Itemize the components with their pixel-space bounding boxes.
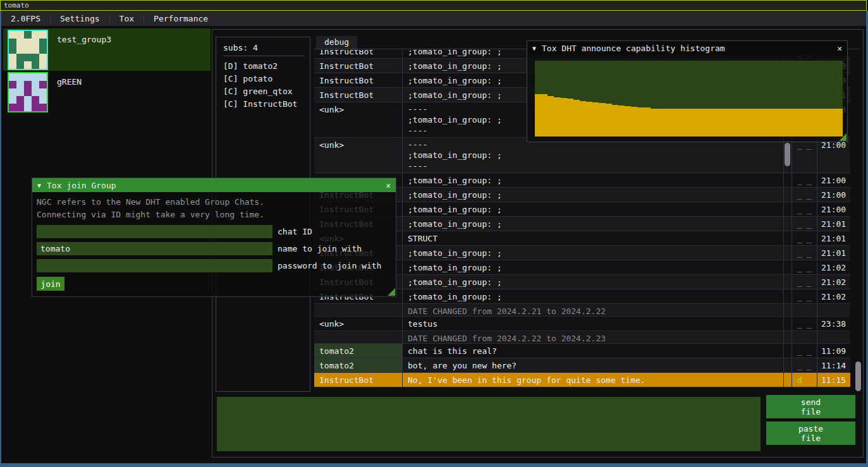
close-icon[interactable]: ✕ [386,180,391,191]
sender-name: tomato2 [314,358,403,372]
message-time: 21:01 [817,246,850,260]
date-divider-row: DATE CHANGED from 2024.2.22 to 2024.2.23 [314,331,850,344]
histogram-bar [612,105,618,136]
message-flags: __ [792,138,817,173]
histogram-bar [785,109,791,136]
sender-name: InstructBot [314,88,403,102]
sender-name: InstructBot [314,50,403,58]
message-time: 21:02 [817,275,850,289]
collapse-arrow-icon[interactable]: ▼ [37,180,41,191]
message-input[interactable] [217,397,761,451]
join-password-input[interactable] [37,259,272,272]
message-time: 21:00 [817,173,850,187]
histogram-bar [669,109,676,136]
message-text: ;tomato_in_group: ; [403,260,784,274]
group-name: test_group3 [57,34,111,70]
histogram-bar [637,107,644,136]
menu-item-tox[interactable]: Tox [110,11,144,26]
message-time: 21:02 [817,289,850,303]
histogram-window-titlebar[interactable]: ▼ Tox DHT announce capability histogram … [527,41,847,55]
sender-name: InstructBot [314,59,403,73]
resize-grip-icon[interactable] [388,288,395,296]
message-row: <unk>----;tomato_in_group: ;----__21:00 [314,138,850,173]
join-window-titlebar[interactable]: ▼ Tox join Group ✕ [32,178,396,192]
chat-scrollbar-handle[interactable] [855,361,861,391]
histogram-bar [778,109,785,136]
histogram-bar [804,109,810,136]
collapse-arrow-icon[interactable]: ▼ [532,43,536,54]
chat-id-label: chat ID [278,226,312,237]
message-text: ;tomato_in_group: ; [403,202,784,216]
histogram-bar [740,109,747,136]
group-item[interactable]: gREEN [3,71,211,113]
histogram-bar [798,109,804,136]
histogram-bar [631,107,637,136]
menu-bar: 2.0FPSSettingsToxPerformance [1,11,866,26]
histogram-bar [644,107,650,136]
histogram-bar [567,99,573,136]
os-window-title: tomato [4,1,29,9]
sender-name [314,331,403,343]
message-flags: __ [792,202,817,216]
chat-id-input[interactable] [37,225,272,238]
close-icon[interactable]: ✕ [837,43,842,54]
scrollbar-track-gap [784,289,792,303]
histogram-bar [599,103,605,136]
subs-separator [223,56,305,56]
tab-debug[interactable]: debug [316,36,357,49]
resize-grip-icon[interactable] [839,133,847,141]
subs-member: [C] InstructBot [223,98,310,111]
histogram-bar [618,106,625,136]
histogram-bar [733,109,740,136]
histogram-bar [836,109,843,136]
subs-header[interactable]: subs: 4 [223,42,310,53]
histogram-bar [580,101,586,136]
message-flags: __ [792,260,817,274]
histogram-bar [721,109,727,136]
histogram-bar [535,94,541,136]
histogram-bar [688,109,695,136]
subs-member-list: [D] tomato2[C] potato[C] green_qtox[C] I… [223,60,310,111]
histogram-bar [651,109,657,136]
scrollbar-track-gap [784,217,792,231]
join-name-input[interactable]: tomato [37,242,272,255]
menu-item-settings[interactable]: Settings [51,11,109,26]
histogram-bar [676,109,682,136]
os-titlebar[interactable]: tomato [0,0,867,11]
message-text: ;tomato_in_group: ; [403,188,784,202]
message-flags: __ [792,317,817,331]
group-name: gREEN [57,76,82,112]
message-text: ;tomato_in_group: ; [403,173,784,187]
sender-name: InstructBot [314,73,403,87]
join-button[interactable]: join [37,277,64,291]
menu-item-2-0fps[interactable]: 2.0FPS [1,11,50,26]
sender-name: InstructBot [314,373,403,387]
message-time: 21:00 [817,202,850,216]
histogram-window-title: Tox DHT announce capability histogram [542,43,725,54]
subs-member: [C] potato [223,73,310,85]
histogram-bar [663,109,669,136]
histogram-bar [702,109,708,136]
message-flags: __ [792,358,817,372]
histogram-bar [708,109,714,136]
send-file-button[interactable]: send file [766,395,855,418]
message-flags: __ [792,289,817,303]
scrollbar-track-gap [784,304,792,316]
window-border-left [0,11,1,463]
window-border-bottom [0,463,868,467]
menu-item-performance[interactable]: Performance [144,11,217,26]
message-text: STRUCT [403,231,784,245]
group-item[interactable]: test_group3 [3,28,211,71]
histogram-bar [753,109,759,136]
histogram-bar [714,109,721,136]
scrollbar-track-gap [784,275,792,289]
message-text: testus [403,317,784,331]
scrollbar-track-gap [784,317,792,331]
message-flags [792,304,817,316]
histogram-plot [535,61,843,136]
scrollbar-track-gap [784,344,792,358]
chat-inner-scrollbar-handle[interactable] [785,143,790,166]
message-time [817,304,850,316]
date-divider-text: DATE CHANGED from 2024.2.21 to 2024.2.22 [403,304,784,316]
paste-file-button[interactable]: paste file [766,422,855,445]
